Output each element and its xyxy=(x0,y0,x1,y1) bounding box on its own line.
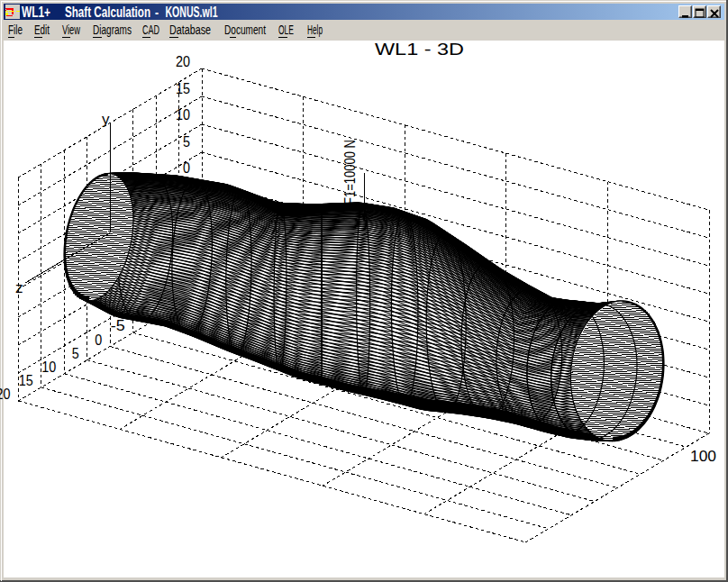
svg-text:10: 10 xyxy=(176,106,190,123)
svg-text:WL1 - 3D: WL1 - 3D xyxy=(375,40,464,59)
svg-text:y: y xyxy=(102,111,110,128)
svg-text:100: 100 xyxy=(690,448,716,465)
svg-text:15: 15 xyxy=(19,372,33,389)
svg-text:5: 5 xyxy=(183,133,190,150)
svg-text:20: 20 xyxy=(176,53,190,70)
svg-text:0: 0 xyxy=(183,159,190,177)
svg-text:10: 10 xyxy=(41,359,56,376)
svg-text:5: 5 xyxy=(72,345,79,362)
svg-text:z: z xyxy=(15,279,23,296)
svg-text:0: 0 xyxy=(95,332,102,349)
svg-text:-5: -5 xyxy=(111,317,125,334)
svg-text:20: 20 xyxy=(0,386,10,403)
svg-text:15: 15 xyxy=(176,80,190,97)
svg-text:F1=10000 N: F1=10000 N xyxy=(341,140,359,205)
